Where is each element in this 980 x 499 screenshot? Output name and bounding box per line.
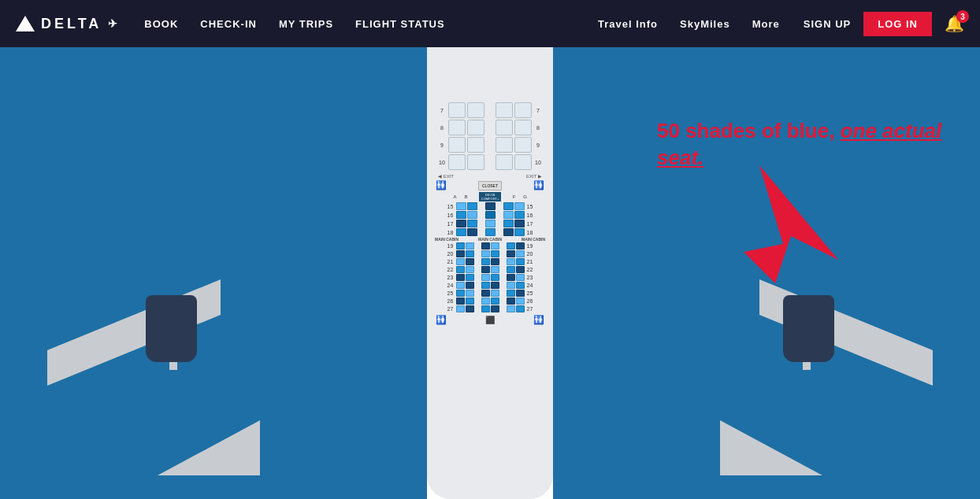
delta-triangle-icon (16, 16, 35, 31)
nav-book[interactable]: BOOK (144, 18, 178, 30)
nav-mytrips[interactable]: MY TRIPS (279, 18, 333, 30)
signup-button[interactable]: SIGN UP (804, 18, 851, 30)
navbar-auth: SIGN UP LOG IN 🔔 3 (804, 12, 964, 36)
logo-text: DELTA (41, 16, 102, 32)
nav-travelinfo[interactable]: Travel Info (598, 18, 658, 30)
svg-marker-0 (744, 165, 838, 283)
seat-map: 7 7 8 8 (432, 102, 548, 325)
main-nav-links: BOOK CHECK-IN MY TRIPS FLIGHT STATUS Tra… (144, 18, 779, 30)
headline-part1: 50 shades of blue, (657, 119, 834, 142)
arrow-indicator (696, 157, 870, 286)
main-content: 7 7 8 8 (0, 47, 980, 499)
notification-badge: 3 (956, 10, 969, 23)
login-button[interactable]: LOG IN (863, 12, 932, 36)
notification-bell[interactable]: 🔔 3 (945, 14, 964, 33)
navbar: DELTA ✈ BOOK CHECK-IN MY TRIPS FLIGHT ST… (0, 0, 980, 47)
plane-diagram: 7 7 8 8 (0, 47, 980, 499)
logo-globe-icon: ✈ (108, 17, 121, 30)
closet-label: CLOSET (478, 181, 502, 190)
nav-skymiles[interactable]: SkyMiles (680, 18, 730, 30)
nav-checkin[interactable]: CHECK-IN (200, 18, 257, 30)
nav-flightstatus[interactable]: FLIGHT STATUS (355, 18, 445, 30)
delta-logo[interactable]: DELTA ✈ (16, 16, 121, 32)
nav-more[interactable]: More (752, 18, 780, 30)
